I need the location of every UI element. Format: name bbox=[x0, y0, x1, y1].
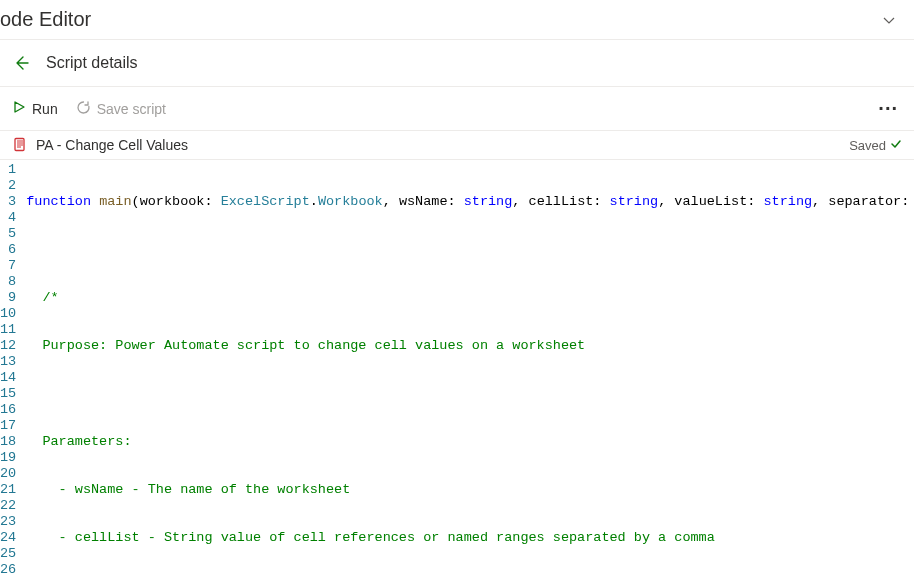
run-label: Run bbox=[32, 101, 58, 117]
chevron-down-icon[interactable] bbox=[878, 9, 900, 31]
breadcrumb: Script details bbox=[46, 54, 138, 72]
code-editor[interactable]: 1 2 3 4 5 6 7 8 9 10 11 12 13 14 15 16 1… bbox=[0, 160, 914, 575]
code-line bbox=[26, 242, 914, 258]
script-name: PA - Change Cell Values bbox=[36, 137, 188, 153]
save-label: Save script bbox=[97, 101, 166, 117]
code-line: Parameters: bbox=[26, 434, 914, 450]
saved-status: Saved bbox=[849, 138, 902, 153]
script-header: PA - Change Cell Values Saved bbox=[0, 131, 914, 160]
back-arrow-icon[interactable] bbox=[12, 54, 30, 72]
code-content[interactable]: function main(workbook: ExcelScript.Work… bbox=[26, 160, 914, 575]
page-title: ode Editor bbox=[0, 8, 91, 31]
code-line: function main(workbook: ExcelScript.Work… bbox=[26, 194, 914, 210]
play-icon bbox=[12, 100, 26, 117]
breadcrumb-bar: Script details bbox=[0, 40, 914, 87]
line-gutter: 1 2 3 4 5 6 7 8 9 10 11 12 13 14 15 16 1… bbox=[0, 160, 26, 575]
run-button[interactable]: Run bbox=[12, 100, 58, 117]
check-icon bbox=[890, 138, 902, 153]
header: ode Editor bbox=[0, 0, 914, 40]
code-line: - cellList - String value of cell refere… bbox=[26, 530, 914, 546]
script-file-icon bbox=[12, 137, 28, 153]
saved-label: Saved bbox=[849, 138, 886, 153]
save-icon bbox=[76, 100, 91, 118]
toolbar: Run Save script ··· bbox=[0, 87, 914, 131]
code-line: - wsName - The name of the worksheet bbox=[26, 482, 914, 498]
code-line bbox=[26, 386, 914, 402]
code-line: Purpose: Power Automate script to change… bbox=[26, 338, 914, 354]
save-script-button[interactable]: Save script bbox=[76, 100, 166, 118]
more-options-button[interactable]: ··· bbox=[874, 95, 902, 122]
code-line: /* bbox=[26, 290, 914, 306]
